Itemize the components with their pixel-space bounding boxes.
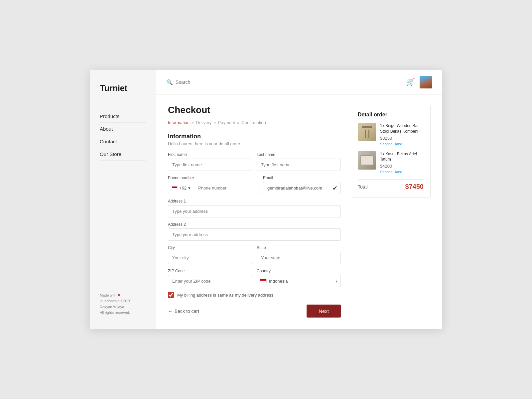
back-to-cart-button[interactable]: ← Back to cart — [168, 309, 199, 314]
sidebar-footer: Made with ❤ in Indonesia ©2020 Royyan Wi… — [100, 293, 146, 316]
breadcrumb-confirmation[interactable]: Confirmation — [241, 120, 266, 125]
phone-country-chevron: ▾ — [188, 186, 191, 191]
address2-input[interactable] — [168, 228, 341, 241]
order-item-2-info: 1x Kasur Bekas Ariel Tatum $4200 Second … — [380, 151, 424, 174]
content-area: Checkout Information » Delivery » Paymen… — [156, 95, 442, 329]
section-subtitle: Hello Lauren, here is your detail order. — [168, 141, 341, 146]
order-total-amount: $7450 — [405, 183, 424, 191]
form-actions: ← Back to cart Next — [168, 305, 341, 318]
sidebar-item-our-store[interactable]: Our Store — [100, 148, 146, 161]
order-item-1-tag[interactable]: Second Hand — [380, 142, 424, 146]
sidebar: Turniet Products About Contact Our Store… — [90, 70, 156, 329]
address1-input[interactable] — [168, 205, 341, 217]
address2-label: Address 2 — [168, 222, 341, 227]
order-detail-panel: Detail order — [351, 105, 431, 319]
first-name-input[interactable] — [168, 159, 252, 171]
breadcrumb-sep-2: » — [213, 120, 216, 125]
phone-country-select[interactable]: +62 ▾ — [168, 182, 194, 194]
search-icon: 🔍 — [166, 79, 173, 85]
country-select-wrap: Indonesia Malaysia Singapore ▾ — [257, 275, 341, 287]
city-input[interactable] — [168, 252, 252, 264]
order-item-2-tag[interactable]: Second Hand — [380, 170, 424, 174]
zip-label: ZIP Code — [168, 269, 252, 273]
email-input[interactable] — [263, 182, 341, 194]
address1-row: Address 1 — [168, 199, 341, 217]
email-check-icon: ✔ — [332, 185, 337, 192]
breadcrumb-sep-3: » — [237, 120, 239, 125]
state-input[interactable] — [257, 252, 341, 264]
first-name-label: First name — [168, 152, 252, 157]
sidebar-item-products[interactable]: Products — [100, 110, 146, 123]
address1-group: Address 1 — [168, 199, 341, 217]
last-name-group: Last name — [257, 152, 341, 171]
email-input-wrap: ✔ — [263, 182, 341, 194]
order-item-1-name: 1x Beige Wooden Bar Stool Bekas Kompeni — [380, 123, 424, 134]
zip-group: ZIP Code — [168, 269, 252, 287]
breadcrumb: Information » Delivery » Payment » Confi… — [168, 120, 341, 125]
zip-country-row: ZIP Code Country Indonesia Malaysia — [168, 269, 341, 287]
address2-row: Address 2 — [168, 222, 341, 241]
address2-group: Address 2 — [168, 222, 341, 241]
next-button[interactable]: Next — [307, 305, 341, 318]
address1-label: Address 1 — [168, 199, 341, 203]
billing-checkbox[interactable] — [168, 292, 174, 298]
billing-checkbox-row: My billing address is same as my deliver… — [168, 292, 341, 298]
phone-email-row: Phone number +62 ▾ Email — [168, 176, 341, 194]
order-item-2-image — [358, 151, 376, 170]
order-total-row: Total $7450 — [358, 183, 424, 191]
city-state-row: City State — [168, 245, 341, 264]
order-item-2-price: $4200 — [380, 164, 424, 169]
phone-input-row: +62 ▾ — [168, 182, 258, 194]
email-label: Email — [263, 176, 341, 180]
country-group: Country Indonesia Malaysia Singapore ▾ — [257, 269, 341, 287]
country-select[interactable]: Indonesia Malaysia Singapore — [257, 275, 341, 287]
main-content: 🔍 🛒 Checkout Information » Delivery — [156, 70, 442, 329]
cart-icon[interactable]: 🛒 — [406, 78, 415, 86]
user-avatar[interactable] — [420, 76, 432, 88]
header: 🔍 🛒 — [156, 70, 442, 95]
order-item-2: 1x Kasur Bekas Ariel Tatum $4200 Second … — [358, 151, 424, 174]
app-window: Turniet Products About Contact Our Store… — [90, 70, 442, 329]
breadcrumb-information[interactable]: Information — [168, 120, 190, 125]
order-item-1-price: $3250 — [380, 136, 424, 141]
city-label: City — [168, 245, 252, 250]
last-name-input[interactable] — [257, 159, 341, 171]
sidebar-nav: Products About Contact Our Store — [100, 110, 146, 293]
order-total-label: Total — [358, 184, 368, 190]
sidebar-item-about[interactable]: About — [100, 123, 146, 135]
order-title: Detail order — [358, 112, 424, 118]
state-label: State — [257, 245, 341, 250]
phone-group: Phone number +62 ▾ — [168, 176, 258, 194]
breadcrumb-delivery[interactable]: Delivery — [196, 120, 211, 125]
order-item-1-info: 1x Beige Wooden Bar Stool Bekas Kompeni … — [380, 123, 424, 146]
section-title: Information — [168, 133, 341, 140]
last-name-label: Last name — [257, 152, 341, 157]
indonesia-flag-icon — [172, 186, 178, 190]
search-box: 🔍 — [166, 79, 406, 85]
order-item-1: 1x Beige Wooden Bar Stool Bekas Kompeni … — [358, 123, 424, 146]
phone-number-input[interactable] — [194, 182, 258, 194]
name-row: First name Last name — [168, 152, 341, 171]
brand-logo: Turniet — [100, 83, 146, 93]
order-divider — [358, 179, 424, 180]
city-group: City — [168, 245, 252, 264]
page-title: Checkout — [168, 105, 341, 115]
order-item-1-image — [358, 123, 376, 141]
breadcrumb-sep-1: » — [192, 120, 194, 125]
phone-country-code: +62 — [179, 186, 187, 191]
breadcrumb-payment[interactable]: Payment — [218, 120, 235, 125]
zip-input[interactable] — [168, 275, 252, 287]
form-section: Checkout Information » Delivery » Paymen… — [168, 105, 341, 319]
order-card: Detail order — [351, 105, 431, 198]
order-item-2-name: 1x Kasur Bekas Ariel Tatum — [380, 151, 424, 163]
state-group: State — [257, 245, 341, 264]
header-actions: 🛒 — [406, 76, 432, 88]
email-group: Email ✔ — [263, 176, 341, 194]
first-name-group: First name — [168, 152, 252, 171]
billing-label[interactable]: My billing address is same as my deliver… — [177, 293, 273, 298]
arrow-left-icon: ← — [168, 309, 173, 314]
phone-label: Phone number — [168, 176, 258, 180]
country-label: Country — [257, 269, 341, 273]
sidebar-item-contact[interactable]: Contact — [100, 135, 146, 148]
search-input[interactable] — [176, 79, 242, 85]
